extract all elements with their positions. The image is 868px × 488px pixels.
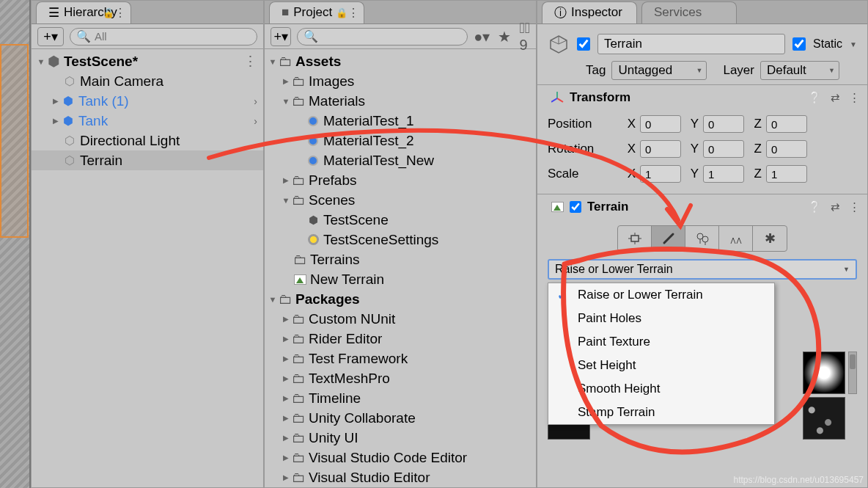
create-button[interactable]: +▾ [37,27,64,46]
terrain-tool-paint[interactable] [652,226,685,251]
terrain-tool-details[interactable] [719,226,753,251]
expand-icon[interactable] [281,434,291,442]
services-tab[interactable]: Services [641,1,737,23]
expand-icon[interactable] [281,394,291,402]
preset-icon[interactable]: ⇄ [831,200,840,214]
create-button[interactable]: +▾ [271,27,291,46]
terrain-tool-trees[interactable] [685,226,719,251]
scene-settings-item[interactable]: TestSceneSettings [265,230,536,250]
package-item[interactable]: 🗀Custom NUnit [265,309,536,329]
scale-x-input[interactable]: 1 [640,165,681,183]
lock-icon[interactable]: 🔒 [103,7,114,18]
terrain-mode-dropdown[interactable]: Raise or Lower Terrain [548,259,857,280]
scale-z-input[interactable]: 1 [766,165,807,183]
expand-icon[interactable] [281,354,291,363]
brush-radial[interactable] [803,352,845,394]
expand-icon[interactable] [281,97,291,106]
dropdown-option[interactable]: Paint Holes [548,307,774,330]
terrain-tool-settings[interactable]: ✱ [753,226,787,251]
folder-materials[interactable]: 🗀 Materials [265,91,536,111]
material-item[interactable]: MaterialTest_2 [265,131,536,150]
project-search[interactable]: 🔍 [297,28,468,45]
static-dropdown-icon[interactable]: ▼ [850,40,857,48]
packages-root[interactable]: 🗀 Packages [265,289,536,309]
project-tab[interactable]: ■ Project 🔒 ⋮ [269,1,364,23]
terrain-enabled-checkbox[interactable] [570,201,581,213]
expand-icon[interactable] [268,57,278,66]
package-item[interactable]: 🗀Unity UI [265,428,536,448]
scene-menu-icon[interactable]: ⋮ [243,53,257,70]
active-checkbox[interactable] [577,37,590,51]
material-item[interactable]: MaterialTest_1 [265,111,536,131]
dropdown-option[interactable]: Smooth Height [548,377,774,401]
folder-terrains[interactable]: 🗀 Terrains [265,250,536,269]
package-item[interactable]: 🗀Rider Editor [265,329,536,349]
material-item[interactable]: MaterialTest_New [265,150,536,170]
package-item[interactable]: 🗀Timeline [265,388,536,408]
tab-menu-icon[interactable]: ⋮ [114,6,126,20]
expand-icon[interactable] [281,374,291,382]
filter-type-icon[interactable]: ●▾ [474,28,490,45]
static-checkbox[interactable] [792,37,806,51]
position-x-input[interactable]: 0 [640,115,681,133]
chevron-right-icon[interactable]: › [254,115,257,127]
expand-icon[interactable] [36,57,46,66]
rotation-y-input[interactable]: 0 [703,140,744,158]
expand-icon[interactable] [51,97,61,105]
dropdown-option[interactable]: Set Height [548,354,774,377]
expand-icon[interactable] [281,414,291,422]
scene-item[interactable]: ⬢ TestScene [265,210,536,230]
position-z-input[interactable]: 0 [766,115,807,133]
help-icon[interactable]: ❔ [808,200,822,214]
hierarchy-search-input[interactable] [95,30,251,43]
menu-icon[interactable]: ⋮ [849,200,860,214]
expand-icon[interactable] [281,335,291,343]
folder-scenes[interactable]: 🗀 Scenes [265,190,536,210]
scale-y-input[interactable]: 1 [703,165,744,183]
terrain-asset-item[interactable]: New Terrain [265,269,536,289]
layer-dropdown[interactable]: Default [760,61,839,80]
expand-icon[interactable] [281,196,291,205]
expand-icon[interactable] [51,117,61,125]
help-icon[interactable]: ❔ [808,91,822,104]
brush-dots[interactable] [803,397,845,440]
folder-prefabs[interactable]: 🗀 Prefabs [265,170,536,190]
rotation-x-input[interactable]: 0 [640,140,681,158]
expand-icon[interactable] [281,315,291,323]
rotation-z-input[interactable]: 0 [766,140,807,158]
tag-dropdown[interactable]: Untagged [611,61,707,80]
menu-icon[interactable]: ⋮ [849,91,860,104]
package-item[interactable]: 🗀Test Framework [265,349,536,368]
hidden-icon[interactable]: 👁̶9 [519,20,530,54]
gameobject-name-input[interactable]: Terrain [597,34,785,54]
hierarchy-item-tank1[interactable]: ⬢ Tank (1) › [32,91,263,111]
position-y-input[interactable]: 0 [703,115,744,133]
dropdown-option[interactable]: Stamp Terrain [548,401,774,424]
assets-root[interactable]: 🗀 Assets [265,51,536,71]
filter-star-icon[interactable]: ★ [498,28,511,45]
gameobject-icon[interactable] [548,33,570,55]
inspector-tab[interactable]: ⓘ Inspector [542,1,637,23]
hierarchy-item-terrain[interactable]: ⬡ Terrain [32,150,263,170]
terrain-header[interactable]: Terrain ❔ ⇄ ⋮ [537,194,867,219]
folder-images[interactable]: 🗀 Images [265,71,536,91]
package-item[interactable]: 🗀Unity Collaborate [265,408,536,428]
expand-icon[interactable] [281,176,291,184]
preset-icon[interactable]: ⇄ [831,91,840,104]
dropdown-option[interactable]: Paint Texture [548,330,774,354]
hierarchy-item-tank[interactable]: ⬢ Tank › [32,111,263,131]
chevron-right-icon[interactable]: › [254,95,257,107]
dropdown-option[interactable]: ✓Raise or Lower Terrain [548,283,774,307]
hierarchy-item-light[interactable]: ⬡ Directional Light [32,131,263,150]
hierarchy-search[interactable]: 🔍 [70,28,257,45]
terrain-tool-neighbor[interactable] [618,226,652,251]
brush-scrollbar[interactable] [848,352,857,394]
hierarchy-tab[interactable]: ☰ Hierarchy 🔒 ⋮ [36,1,131,23]
expand-icon[interactable] [268,295,278,304]
expand-icon[interactable] [281,473,291,481]
scene-row[interactable]: ⬢ TestScene* ⋮ [32,51,263,71]
package-item[interactable]: 🗀TextMeshPro [265,368,536,388]
tab-menu-icon[interactable]: ⋮ [347,6,359,20]
transform-header[interactable]: Transform ❔ ⇄ ⋮ [537,85,867,110]
lock-icon[interactable]: 🔒 [336,7,347,18]
